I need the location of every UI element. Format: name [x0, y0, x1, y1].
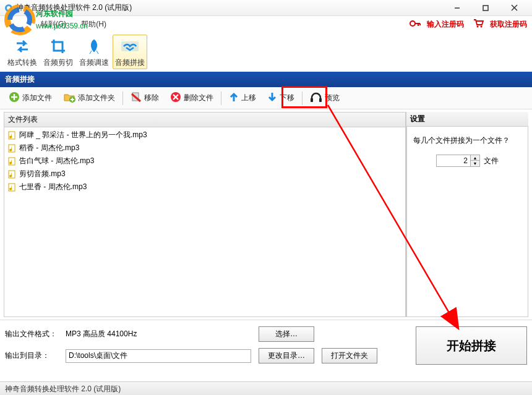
delete-file-button[interactable]: 删除文件: [165, 90, 218, 106]
move-down-label: 下移: [280, 93, 294, 103]
merge-count-input[interactable]: [437, 155, 470, 166]
menu-help[interactable]: 帮助(H): [77, 18, 110, 31]
svg-rect-17: [311, 98, 313, 102]
svg-point-11: [481, 25, 483, 27]
output-format-label: 输出文件格式：: [5, 329, 58, 339]
add-file-button[interactable]: 添加文件: [4, 90, 57, 106]
minimize-button[interactable]: [443, 0, 471, 16]
cart-icon: [473, 19, 484, 30]
rocket-icon: [84, 36, 104, 56]
add-file-label: 添加文件: [22, 93, 52, 103]
get-reg-code-link[interactable]: 获取注册码: [490, 19, 527, 30]
section-header: 音频拼接: [0, 72, 532, 87]
tab-concat-label: 音频拼接: [115, 57, 145, 68]
start-concat-button[interactable]: 开始拼接: [416, 326, 527, 365]
file-list-header: 文件列表: [4, 113, 405, 127]
file-name: 阿肆 _ 郭采洁 - 世界上的另一个我.mp3: [19, 130, 147, 140]
preview-button[interactable]: 预览: [305, 90, 345, 106]
main-tabs: 格式转换 音频剪切 音频调速 音频拼接: [0, 32, 532, 72]
convert-icon: [12, 36, 32, 56]
tab-audio-concat[interactable]: 音频拼接: [113, 35, 147, 69]
add-folder-icon: [63, 91, 75, 104]
maximize-button[interactable]: [471, 0, 500, 16]
audio-file-icon: [8, 131, 17, 140]
output-format-value: MP3 高品质 44100Hz: [66, 329, 251, 339]
file-list[interactable]: 阿肆 _ 郭采洁 - 世界上的另一个我.mp3稻香 - 周杰伦.mp3告白气球 …: [4, 127, 405, 316]
settings-header: 设置: [406, 112, 528, 127]
file-list-panel: 文件列表 阿肆 _ 郭采洁 - 世界上的另一个我.mp3稻香 - 周杰伦.mp3…: [4, 112, 406, 317]
tab-speed-label: 音频调速: [79, 57, 109, 68]
audio-file-icon: [8, 183, 17, 192]
delete-label: 删除文件: [184, 93, 213, 103]
file-list-item[interactable]: 七里香 - 周杰伦.mp3: [4, 181, 405, 193]
file-list-item[interactable]: 剪切音频.mp3: [4, 168, 405, 181]
settings-panel: 设置 每几个文件拼接为一个文件？ ▲ ▼ 文件: [406, 112, 528, 317]
audio-file-icon: [8, 144, 17, 153]
delete-icon: [170, 91, 181, 104]
file-name: 稻香 - 周杰伦.mp3: [19, 143, 79, 153]
preview-label: 预览: [325, 93, 340, 103]
tab-audio-speed[interactable]: 音频调速: [77, 35, 111, 69]
output-dir-label: 输出到目录：: [5, 350, 58, 361]
close-button[interactable]: [500, 0, 528, 16]
move-down-button[interactable]: 下移: [262, 90, 299, 106]
headphones-icon: [310, 91, 322, 104]
file-list-item[interactable]: 告白气球 - 周杰伦.mp3: [4, 155, 405, 168]
app-icon: [4, 3, 14, 13]
stepper-down[interactable]: ▼: [471, 161, 479, 166]
svg-rect-18: [319, 98, 322, 102]
merge-count-unit: 文件: [484, 156, 499, 166]
file-list-item[interactable]: 阿肆 _ 郭采洁 - 世界上的另一个我.mp3: [4, 129, 405, 142]
output-area: 输出文件格式： MP3 高品质 44100Hz 选择… 输出到目录： 更改目录……: [0, 320, 532, 373]
settings-question: 每几个文件拼接为一个文件？: [413, 135, 521, 146]
enter-reg-code-link[interactable]: 输入注册码: [427, 19, 464, 30]
action-toolbar: 添加文件 添加文件夹 移除 删除文件 上移 下移 预览: [0, 87, 532, 109]
remove-icon: [131, 91, 142, 104]
window-title: 神奇音频转换处理软件 2.0 (试用版): [16, 2, 443, 13]
svg-point-10: [477, 25, 479, 27]
svg-point-1: [7, 6, 11, 10]
tab-audio-cut[interactable]: 音频剪切: [41, 35, 75, 69]
move-up-button[interactable]: 上移: [224, 90, 261, 106]
file-name: 剪切音频.mp3: [19, 169, 66, 179]
file-name: 告白气球 - 周杰伦.mp3: [19, 156, 94, 166]
arrow-up-icon: [229, 91, 239, 104]
crop-icon: [48, 36, 68, 56]
svg-point-6: [410, 21, 415, 26]
file-list-item[interactable]: 稻香 - 周杰伦.mp3: [4, 142, 405, 155]
svg-rect-3: [483, 6, 488, 11]
statusbar: 神奇音频转换处理软件 2.0 (试用版): [0, 381, 532, 395]
tab-format-label: 格式转换: [7, 57, 37, 68]
remove-button[interactable]: 移除: [126, 90, 164, 106]
add-file-icon: [9, 91, 20, 104]
remove-label: 移除: [144, 93, 159, 103]
stepper-up[interactable]: ▲: [471, 155, 479, 161]
add-folder-label: 添加文件夹: [78, 93, 115, 103]
audio-file-icon: [8, 170, 17, 179]
open-folder-button[interactable]: 打开文件夹: [322, 348, 377, 363]
select-format-button[interactable]: 选择…: [259, 326, 314, 342]
handshake-icon: [120, 36, 140, 56]
add-folder-button[interactable]: 添加文件夹: [58, 90, 120, 106]
titlebar: 神奇音频转换处理软件 2.0 (试用版): [0, 0, 532, 16]
tab-cut-label: 音频剪切: [43, 57, 73, 68]
move-up-label: 上移: [241, 93, 256, 103]
audio-file-icon: [8, 157, 17, 166]
key-icon: [410, 19, 421, 30]
arrow-down-icon: [267, 91, 277, 104]
change-dir-button[interactable]: 更改目录…: [259, 348, 314, 363]
file-name: 七里香 - 周杰伦.mp3: [19, 182, 87, 192]
output-dir-input[interactable]: [66, 349, 251, 363]
menu-goto[interactable]: 转到(G): [37, 18, 70, 31]
merge-count-stepper[interactable]: ▲ ▼: [436, 155, 480, 167]
menubar: 转到(G) 帮助(H) 输入注册码 获取注册码: [0, 16, 532, 32]
tab-format-convert[interactable]: 格式转换: [5, 35, 40, 69]
